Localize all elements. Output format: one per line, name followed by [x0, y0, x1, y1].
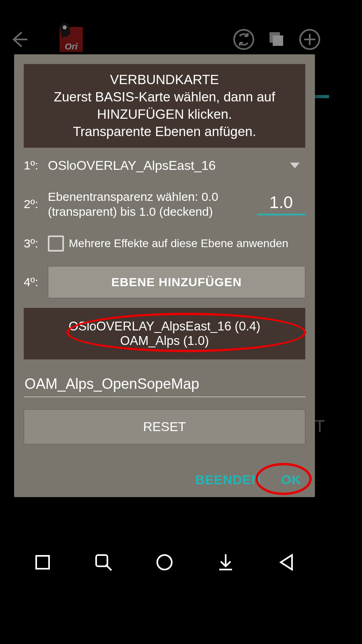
- step-3-ordinal: 3º:: [24, 237, 43, 250]
- base-map-dropdown[interactable]: OSloOVERLAY_AlpsEast_16: [48, 158, 305, 173]
- step-2-ordinal: 2º:: [24, 197, 43, 211]
- header-line-2: Zuerst BASIS-Karte wählen, dann auf HINZ…: [35, 89, 294, 123]
- back-nav-icon[interactable]: [277, 553, 296, 574]
- step-1-ordinal: 1º:: [24, 159, 43, 172]
- search-icon[interactable]: [94, 553, 113, 574]
- layers-summary: OSloOVERLAY_AlpsEast_16 (0.4) OAM_Alps (…: [24, 308, 305, 359]
- step-4-ordinal: 4º:: [24, 275, 43, 289]
- ok-button[interactable]: OK: [281, 473, 301, 487]
- multiple-effects-label: Mehrere Effekte auf diese Ebene anwenden: [69, 237, 305, 250]
- step-3-row: 3º: Mehrere Effekte auf diese Ebene anwe…: [24, 235, 305, 252]
- layer-line-2: OAM_Alps (1.0): [32, 334, 297, 348]
- add-layer-button[interactable]: EBENE HINZUFÜGEN: [48, 266, 305, 298]
- composite-map-dialog: VERBUNDKARTE Zuerst BASIS-Karte wählen, …: [14, 54, 315, 497]
- dialog-actions: BEENDEN OK: [24, 473, 305, 487]
- svg-point-6: [157, 555, 172, 570]
- header-line-3: Transparente Ebenen anfügen.: [35, 123, 294, 140]
- step-4-row: 4º: EBENE HINZUFÜGEN: [24, 266, 305, 298]
- composite-name-input[interactable]: [24, 372, 305, 397]
- reset-button[interactable]: RESET: [24, 409, 305, 444]
- svg-rect-5: [96, 555, 107, 566]
- multiple-effects-checkbox[interactable]: [48, 235, 64, 252]
- status-bar: [0, 0, 329, 20]
- cancel-button[interactable]: BEENDEN: [195, 473, 261, 487]
- step-1-row: 1º: OSloOVERLAY_AlpsEast_16: [24, 158, 305, 173]
- home-icon[interactable]: [155, 553, 174, 574]
- layer-line-1: OSloOVERLAY_AlpsEast_16 (0.4): [32, 319, 297, 334]
- header-line-1: VERBUNDKARTE: [35, 71, 294, 89]
- download-icon[interactable]: [216, 553, 235, 574]
- chevron-down-icon: [290, 163, 300, 168]
- transparency-label: Ebenentransparenz wählen: 0.0 (transpare…: [48, 189, 225, 219]
- android-nav-bar: [0, 540, 329, 586]
- modal-overlay: VERBUNDKARTE Zuerst BASIS-Karte wählen, …: [0, 22, 329, 540]
- transparency-input[interactable]: [257, 193, 305, 215]
- svg-rect-4: [36, 556, 49, 569]
- dropdown-selected-value: OSloOVERLAY_AlpsEast_16: [48, 158, 216, 173]
- dialog-header: VERBUNDKARTE Zuerst BASIS-Karte wählen, …: [24, 64, 305, 148]
- step-2-row: 2º: Ebenentransparenz wählen: 0.0 (trans…: [24, 189, 305, 219]
- recent-apps-icon[interactable]: [33, 553, 52, 574]
